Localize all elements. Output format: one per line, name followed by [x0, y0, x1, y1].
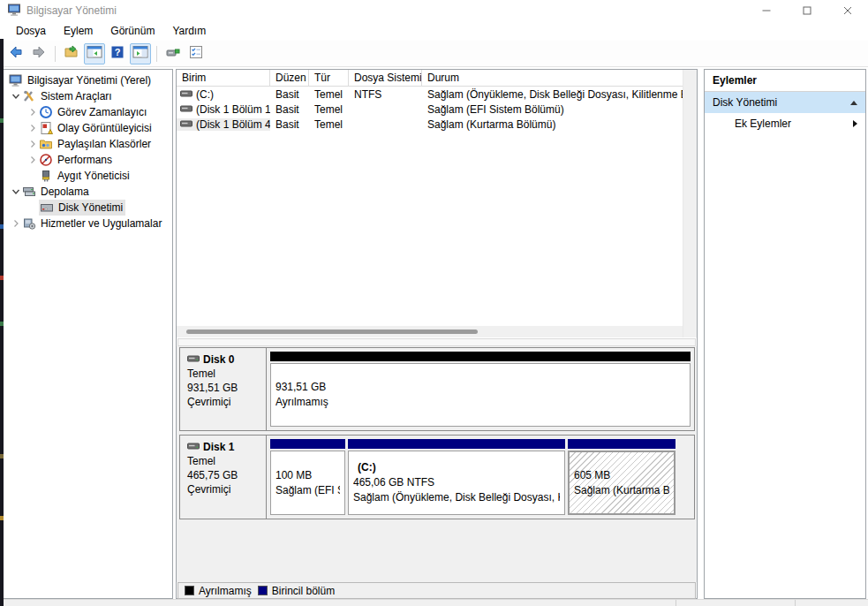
chevron-collapsed-icon[interactable]	[26, 124, 39, 133]
checklist-button[interactable]	[185, 43, 207, 64]
event-viewer-icon	[39, 121, 53, 135]
volume-status: Sağlam (Önyükleme, Disk Belleği Dosyası,…	[422, 88, 697, 101]
column-header-durum[interactable]: Durum	[422, 70, 697, 86]
desktop-icons-sliver	[0, 322, 4, 326]
disk-1-efi-partition[interactable]: 100 MB Sağlam (EFI Si	[270, 439, 345, 515]
column-header-tur[interactable]: Tür	[309, 70, 349, 86]
actions-item-label: Ek Eylemler	[735, 117, 853, 130]
disk-management-icon	[40, 201, 54, 215]
volume-list: Birim Düzen Tür Dosya Sistemi Durum (C:)…	[177, 70, 697, 337]
help-button[interactable]: ?	[107, 43, 128, 64]
tree-item-storage[interactable]: Depolama	[4, 184, 172, 200]
unallocated-swatch	[185, 586, 194, 595]
horizontal-scrollbar-thumb[interactable]	[186, 330, 478, 334]
maximize-button[interactable]	[787, 0, 827, 21]
tree-item-disk-management[interactable]: Disk Yönetimi	[4, 200, 172, 216]
tree-item-services-applications[interactable]: Hizmetler ve Uygulamalar	[4, 216, 172, 231]
actions-item-more-actions[interactable]: Ek Eylemler	[705, 113, 865, 133]
volume-layout: Basit	[270, 103, 309, 116]
chevron-collapsed-icon[interactable]	[26, 155, 39, 164]
tree-item-performance[interactable]: Performans	[4, 152, 172, 168]
chevron-collapsed-icon[interactable]	[10, 219, 22, 228]
tree-item-system-tools[interactable]: Sistem Araçları	[4, 88, 172, 104]
tree-item-label: Depolama	[41, 186, 89, 198]
tree-item-label: Aygıt Yöneticisi	[57, 170, 130, 182]
desktop-icons-sliver	[0, 454, 4, 458]
forward-button[interactable]	[28, 43, 49, 64]
menu-gorunum[interactable]: Görünüm	[102, 22, 163, 40]
submenu-arrow-icon	[853, 120, 857, 127]
disk-1-partition-area: 100 MB Sağlam (EFI Si (C:) 465,06 GB NTF…	[267, 436, 694, 519]
desktop-icons-sliver	[0, 118, 4, 123]
actions-group-disk-management[interactable]: Disk Yönetimi	[705, 92, 865, 113]
horizontal-scrollbar[interactable]	[177, 326, 683, 337]
primary-partition-swatch	[258, 586, 268, 595]
menu-dosya[interactable]: Dosya	[7, 22, 55, 40]
volume-row-disk1-bolum1[interactable]: (Disk 1 Bölüm 1) Basit Temel Sağlam (EFI…	[177, 102, 697, 117]
volume-icon	[180, 118, 192, 131]
back-arrow-icon	[8, 44, 24, 63]
forward-arrow-icon	[31, 44, 47, 63]
computer-icon	[9, 73, 23, 87]
chevron-expanded-icon[interactable]	[10, 187, 22, 196]
disk-1-c-partition[interactable]: (C:) 465,06 GB NTFS Sağlam (Önyükleme, D…	[348, 439, 565, 515]
svg-text:?: ?	[115, 47, 121, 57]
tree-item-shared-folders[interactable]: Paylaşılan Klasörler	[4, 136, 172, 152]
legend-primary-partition: Birincil bölüm	[258, 585, 335, 597]
device-status-icon	[165, 44, 181, 63]
tree-item-task-scheduler[interactable]: Görev Zamanlayıcı	[4, 104, 172, 120]
disk-name: Disk 1	[203, 440, 234, 454]
partition-status: Sağlam (Önyükleme, Disk Belleği Dosyası,…	[353, 490, 560, 505]
volume-row-disk1-bolum4[interactable]: (Disk 1 Bölüm 4) Basit Temel Sağlam (Kur…	[177, 117, 697, 132]
chevron-collapsed-icon[interactable]	[26, 140, 39, 148]
volume-status: Sağlam (EFI Sistem Bölümü)	[422, 103, 697, 116]
toolbar-separator	[55, 46, 56, 62]
partition-size: 605 MB	[574, 468, 669, 483]
volume-row-c[interactable]: (C:) Basit Temel NTFS Sağlam (Önyükleme,…	[177, 87, 697, 102]
disk-name: Disk 0	[203, 352, 234, 367]
back-button[interactable]	[5, 43, 26, 64]
column-header-duzen[interactable]: Düzen	[270, 70, 309, 86]
disk-0-unallocated-partition[interactable]: 931,51 GB Ayrılmamış	[270, 352, 691, 427]
device-status-button[interactable]	[162, 43, 184, 64]
disk-management-main-panel: Birim Düzen Tür Dosya Sistemi Durum (C:)…	[176, 69, 698, 599]
partition-size: 931,51 GB	[275, 380, 685, 395]
disk-0-label[interactable]: Disk 0 Temel 931,51 GB Çevrimiçi	[180, 348, 267, 430]
show-console-tree-button[interactable]	[84, 43, 105, 64]
export-folder-icon	[64, 44, 79, 63]
partition-color-band	[348, 439, 565, 449]
shared-folders-icon	[39, 137, 53, 151]
collapse-icon[interactable]	[850, 101, 857, 105]
chevron-collapsed-icon[interactable]	[26, 108, 39, 117]
show-action-pane-button[interactable]	[130, 43, 151, 64]
help-icon: ?	[109, 44, 125, 63]
disk-status: Çevrimiçi	[187, 482, 266, 496]
tree-item-event-viewer[interactable]: Olay Görüntüleyicisi	[4, 120, 172, 136]
menu-yardim[interactable]: Yardım	[163, 22, 215, 40]
column-header-dosya-sistemi[interactable]: Dosya Sistemi	[349, 70, 422, 86]
tree-item-label: Sistem Araçları	[41, 90, 112, 102]
tree-item-label: Bilgisayar Yönetimi (Yerel)	[27, 74, 151, 87]
window-title: Bilgisayar Yönetimi	[26, 4, 117, 17]
column-header-birim[interactable]: Birim	[177, 70, 270, 86]
export-list-button[interactable]	[61, 43, 82, 64]
minimize-button[interactable]	[746, 0, 787, 21]
vertical-scrollbar[interactable]	[683, 70, 697, 337]
title-bar: Bilgisayar Yönetimi	[0, 0, 868, 21]
pane-splitter[interactable]	[177, 338, 696, 346]
disk-size: 465,75 GB	[187, 468, 266, 482]
disk-1-label[interactable]: Disk 1 Temel 465,75 GB Çevrimiçi	[180, 436, 267, 519]
partition-color-band	[270, 439, 345, 449]
tree-item-computer-management[interactable]: Bilgisayar Yönetimi (Yerel)	[4, 72, 172, 88]
menu-eylem[interactable]: Eylem	[55, 22, 102, 40]
partition-color-band	[568, 439, 676, 449]
graphical-view: Disk 0 Temel 931,51 GB Çevrimiçi 931,51 …	[177, 346, 697, 582]
disk-type: Temel	[187, 454, 266, 468]
disk-1-recovery-partition-selected[interactable]: 605 MB Sağlam (Kurtarma Bö	[568, 439, 676, 515]
desktop-icons-sliver	[0, 276, 4, 280]
chevron-expanded-icon[interactable]	[10, 92, 22, 101]
action-pane-icon	[132, 44, 148, 63]
tree-item-device-manager[interactable]: Aygıt Yöneticisi	[4, 168, 172, 184]
partition-status: Ayrılmamış	[275, 395, 685, 410]
close-button[interactable]	[827, 0, 868, 21]
